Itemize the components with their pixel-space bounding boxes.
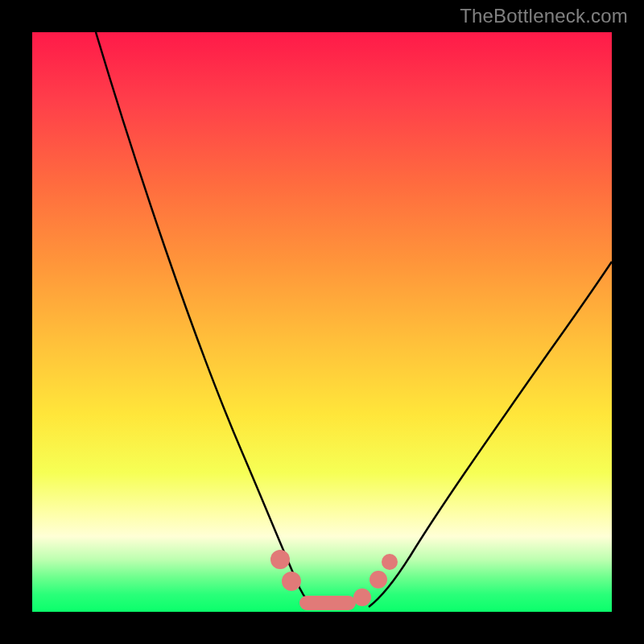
svg-point-3 — [353, 588, 371, 606]
svg-point-1 — [282, 572, 301, 591]
watermark-text: TheBottleneck.com — [460, 5, 628, 27]
left-curve-line — [96, 32, 314, 607]
svg-rect-2 — [299, 596, 356, 610]
valley-dots — [270, 550, 398, 610]
plot-area — [32, 32, 612, 612]
svg-point-5 — [382, 554, 398, 570]
v-curve — [32, 32, 612, 612]
chart-frame: TheBottleneck.com — [0, 0, 644, 644]
svg-point-4 — [369, 571, 387, 588]
svg-point-0 — [270, 550, 290, 569]
right-curve-line — [369, 262, 612, 607]
